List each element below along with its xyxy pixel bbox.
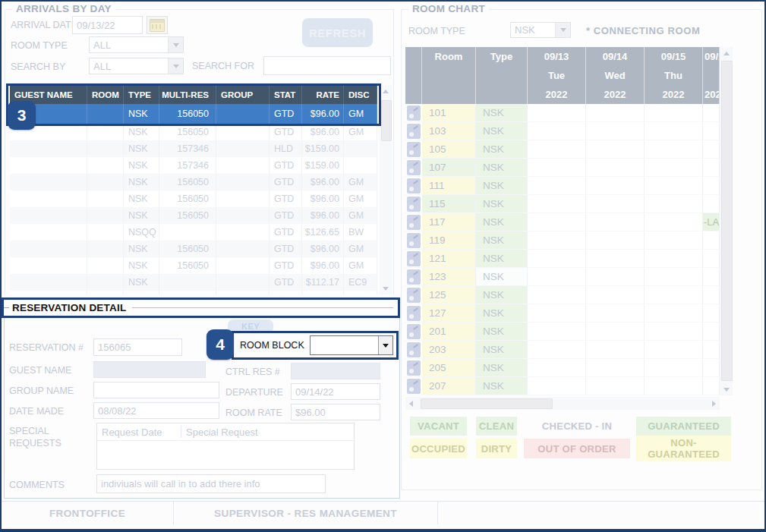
room-chart-row[interactable]: 201NSK bbox=[405, 323, 720, 341]
room-date-cell[interactable] bbox=[586, 323, 645, 341]
room-action-button[interactable] bbox=[405, 286, 422, 304]
room-date-cell[interactable] bbox=[528, 377, 586, 395]
scrollbar-thumb[interactable] bbox=[721, 61, 733, 381]
room-date-cell[interactable] bbox=[586, 213, 645, 231]
statusbar-role[interactable]: SUPERVISOR - RES MANAGEMENT bbox=[174, 502, 438, 524]
room-chart-row[interactable]: 205NSK bbox=[405, 359, 720, 377]
room-date-cell[interactable] bbox=[586, 377, 645, 395]
room-chart-row[interactable]: 117NSK-LA bbox=[405, 213, 720, 231]
guest-row[interactable]: NSKGTD$112.17EC9 bbox=[10, 274, 377, 291]
room-date-cell[interactable]: -LA bbox=[703, 213, 720, 231]
room-date-cell[interactable] bbox=[586, 286, 645, 304]
scroll-right-icon[interactable] bbox=[708, 398, 720, 410]
room-action-button[interactable] bbox=[405, 104, 422, 122]
room-chart-hscrollbar[interactable] bbox=[405, 397, 720, 410]
room-date-cell[interactable] bbox=[703, 304, 720, 323]
room-chart-row[interactable]: 103NSK bbox=[405, 122, 720, 140]
room-date-cell[interactable] bbox=[645, 377, 703, 395]
scroll-left-icon[interactable] bbox=[405, 398, 418, 410]
dropdown-arrow-icon[interactable] bbox=[378, 336, 392, 354]
room-date-cell[interactable] bbox=[645, 104, 703, 122]
statusbar-module[interactable]: FRONTOFFICE bbox=[2, 502, 174, 524]
room-date-cell[interactable] bbox=[703, 341, 720, 359]
room-date-cell[interactable] bbox=[586, 122, 645, 140]
room-action-button[interactable] bbox=[405, 323, 422, 341]
room-date-cell[interactable] bbox=[703, 268, 720, 286]
scroll-up-icon[interactable] bbox=[380, 85, 392, 97]
room-date-cell[interactable] bbox=[528, 286, 586, 304]
room-date-cell[interactable] bbox=[703, 250, 720, 268]
room-date-cell[interactable] bbox=[586, 195, 645, 213]
room-date-cell[interactable] bbox=[528, 177, 586, 195]
room-date-cell[interactable] bbox=[703, 231, 720, 250]
room-type-select[interactable]: ALL bbox=[89, 36, 184, 53]
room-date-cell[interactable] bbox=[586, 140, 645, 159]
arrival-date-input[interactable] bbox=[72, 16, 143, 34]
room-chart-row[interactable]: 107NSK bbox=[405, 159, 720, 177]
room-date-cell[interactable] bbox=[528, 323, 586, 341]
room-date-cell[interactable] bbox=[703, 323, 720, 341]
room-action-button[interactable] bbox=[405, 359, 422, 377]
room-action-button[interactable] bbox=[405, 250, 422, 268]
room-action-button[interactable] bbox=[405, 122, 422, 140]
room-action-button[interactable] bbox=[405, 377, 422, 395]
room-date-cell[interactable] bbox=[645, 177, 703, 195]
room-date-cell[interactable] bbox=[528, 341, 586, 359]
room-chart-row[interactable]: 125NSK bbox=[405, 286, 720, 304]
scroll-down-icon[interactable] bbox=[380, 282, 392, 294]
room-chart-row[interactable]: 101NSK bbox=[405, 104, 720, 122]
search-by-select[interactable]: ALL bbox=[89, 58, 184, 74]
room-chart-row[interactable]: 119NSK bbox=[405, 231, 720, 250]
ctrl-res-input[interactable] bbox=[291, 363, 380, 379]
room-date-cell[interactable] bbox=[528, 268, 586, 286]
guest-row[interactable]: NSK156050GTD$96.00GM bbox=[10, 241, 377, 257]
room-date-cell[interactable] bbox=[703, 104, 720, 122]
room-date-cell[interactable] bbox=[645, 304, 703, 323]
room-action-button[interactable] bbox=[405, 195, 422, 213]
reservation-number-input[interactable] bbox=[93, 338, 182, 356]
room-date-cell[interactable] bbox=[645, 140, 703, 159]
chart-room-type-select[interactable]: NSK bbox=[510, 22, 571, 38]
room-date-cell[interactable] bbox=[703, 377, 720, 395]
room-date-cell[interactable] bbox=[528, 104, 586, 122]
room-date-cell[interactable] bbox=[645, 159, 703, 177]
room-date-cell[interactable] bbox=[645, 286, 703, 304]
special-requests-grid[interactable]: Request Date Special Request bbox=[96, 423, 355, 470]
room-chart-vscrollbar[interactable] bbox=[720, 47, 733, 395]
scroll-up-icon[interactable] bbox=[720, 47, 733, 59]
guest-row[interactable]: NSK156050GTD$96.00GM bbox=[10, 124, 377, 140]
guest-row[interactable]: NSK157346GTD$159.00 bbox=[10, 157, 377, 174]
room-date-cell[interactable] bbox=[528, 122, 586, 140]
room-date-cell[interactable] bbox=[528, 231, 586, 250]
room-date-cell[interactable] bbox=[528, 250, 586, 268]
room-chart-row[interactable]: 127NSK bbox=[405, 304, 720, 323]
guest-row[interactable]: NSK156050GTD$96.00GM bbox=[10, 257, 377, 274]
room-action-button[interactable] bbox=[405, 140, 422, 159]
room-date-cell[interactable] bbox=[645, 268, 703, 286]
guest-row[interactable]: NSK156050GTD$96.00GM bbox=[10, 174, 377, 190]
room-date-cell[interactable] bbox=[645, 250, 703, 268]
room-date-cell[interactable] bbox=[703, 195, 720, 213]
room-chart-row[interactable]: 115NSK bbox=[405, 195, 720, 213]
room-action-button[interactable] bbox=[405, 341, 422, 359]
comments-input[interactable] bbox=[96, 474, 326, 493]
room-action-button[interactable] bbox=[405, 213, 422, 231]
room-date-cell[interactable] bbox=[703, 177, 720, 195]
room-chart-row[interactable]: 207NSK bbox=[405, 377, 720, 395]
room-date-cell[interactable] bbox=[645, 195, 703, 213]
room-date-cell[interactable] bbox=[586, 104, 645, 122]
date-made-input[interactable] bbox=[93, 402, 219, 419]
guest-row[interactable]: NSK156050GTD$96.00GM bbox=[10, 207, 377, 224]
departure-input[interactable] bbox=[291, 383, 380, 400]
room-date-cell[interactable] bbox=[528, 213, 586, 231]
room-date-cell[interactable] bbox=[645, 122, 703, 140]
room-date-cell[interactable] bbox=[586, 359, 645, 377]
room-date-cell[interactable] bbox=[703, 159, 720, 177]
room-chart-row[interactable]: 123NSK bbox=[405, 268, 720, 286]
guest-row[interactable]: NSK156050GTD$96.00GM bbox=[10, 190, 377, 207]
room-date-cell[interactable] bbox=[586, 341, 645, 359]
room-action-button[interactable] bbox=[405, 159, 422, 177]
room-date-cell[interactable] bbox=[528, 304, 586, 323]
scrollbar-thumb[interactable] bbox=[421, 398, 553, 409]
room-chart-row[interactable]: 121NSK bbox=[405, 250, 720, 268]
